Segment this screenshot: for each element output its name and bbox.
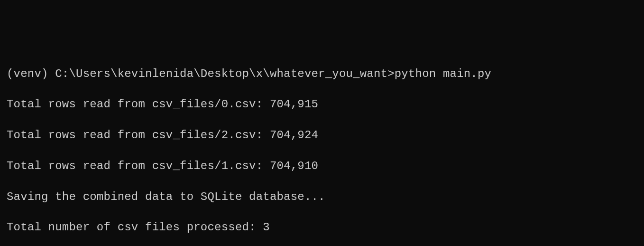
output-line: Total number of csv files processed: 3 [7,220,637,235]
output-line: Total rows read from csv_files/0.csv: 70… [7,97,637,112]
output-line: Total rows read from csv_files/2.csv: 70… [7,128,637,143]
output-line: Total rows read from csv_files/1.csv: 70… [7,159,637,174]
entered-command: python main.py [395,67,491,80]
venv-indicator: (venv) [7,67,55,80]
output-line: Saving the combined data to SQLite datab… [7,189,637,205]
terminal-prompt-line-1: (venv) C:\Users\kevinlenida\Desktop\x\wh… [7,66,637,82]
working-directory: C:\Users\kevinlenida\Desktop\x\whatever_… [55,67,395,80]
